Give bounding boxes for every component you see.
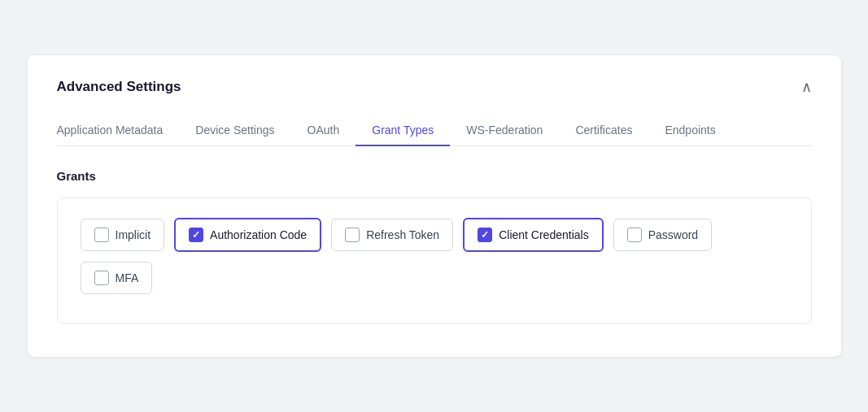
grant-label-password: Password <box>648 228 698 241</box>
grant-label-implicit: Implicit <box>116 228 151 241</box>
grant-label-client-credentials: Client Credentials <box>499 228 589 241</box>
tab-endpoints[interactable]: Endpoints <box>648 115 731 146</box>
checkbox-password <box>627 228 642 242</box>
grants-container: Implicit✓Authorization CodeRefresh Token… <box>57 197 812 324</box>
card-title: Advanced Settings <box>57 79 181 95</box>
grant-option-authorization-code[interactable]: ✓Authorization Code <box>174 218 321 252</box>
tab-oauth[interactable]: OAuth <box>291 115 356 146</box>
tab-bar: Application MetadataDevice SettingsOAuth… <box>57 115 812 146</box>
checkmark-icon-authorization-code: ✓ <box>192 230 200 240</box>
grant-option-implicit[interactable]: Implicit <box>81 219 165 251</box>
tab-device-settings[interactable]: Device Settings <box>179 115 290 146</box>
grant-label-authorization-code: Authorization Code <box>210 228 307 241</box>
grant-option-refresh-token[interactable]: Refresh Token <box>331 219 453 251</box>
checkbox-authorization-code: ✓ <box>189 228 203 242</box>
grants-row-2: MFA <box>81 262 788 294</box>
grants-section-title: Grants <box>57 169 812 183</box>
checkbox-refresh-token <box>345 228 360 242</box>
grant-option-mfa[interactable]: MFA <box>81 262 153 294</box>
tab-application-metadata[interactable]: Application Metadata <box>57 115 180 146</box>
grant-label-refresh-token: Refresh Token <box>366 228 439 241</box>
card-header: Advanced Settings ∧ <box>57 78 812 96</box>
tab-grant-types[interactable]: Grant Types <box>355 115 450 146</box>
grants-row-1: Implicit✓Authorization CodeRefresh Token… <box>81 218 788 252</box>
grant-label-mfa: MFA <box>116 271 139 284</box>
tab-ws-federation[interactable]: WS-Federation <box>450 115 559 146</box>
collapse-icon[interactable]: ∧ <box>801 78 812 96</box>
advanced-settings-card: Advanced Settings ∧ Application Metadata… <box>28 55 841 357</box>
checkmark-icon-client-credentials: ✓ <box>481 230 489 240</box>
grant-option-client-credentials[interactable]: ✓Client Credentials <box>463 218 604 252</box>
checkbox-client-credentials: ✓ <box>478 228 492 242</box>
checkbox-mfa <box>94 271 109 285</box>
checkbox-implicit <box>94 228 109 242</box>
grant-option-password[interactable]: Password <box>613 219 712 251</box>
tab-certificates[interactable]: Certificates <box>559 115 648 146</box>
